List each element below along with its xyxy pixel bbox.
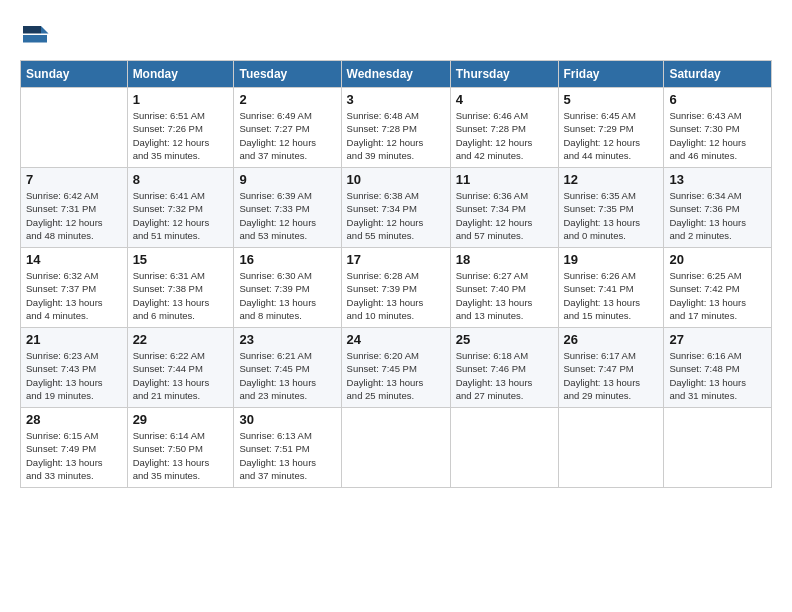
calendar-day-cell: 28Sunrise: 6:15 AM Sunset: 7:49 PM Dayli… — [21, 408, 128, 488]
calendar-day-cell: 14Sunrise: 6:32 AM Sunset: 7:37 PM Dayli… — [21, 248, 128, 328]
day-number: 21 — [26, 332, 122, 347]
calendar-day-cell: 9Sunrise: 6:39 AM Sunset: 7:33 PM Daylig… — [234, 168, 341, 248]
calendar-day-cell: 2Sunrise: 6:49 AM Sunset: 7:27 PM Daylig… — [234, 88, 341, 168]
calendar-day-cell: 20Sunrise: 6:25 AM Sunset: 7:42 PM Dayli… — [664, 248, 772, 328]
day-info: Sunrise: 6:51 AM Sunset: 7:26 PM Dayligh… — [133, 109, 229, 162]
calendar-day-cell: 15Sunrise: 6:31 AM Sunset: 7:38 PM Dayli… — [127, 248, 234, 328]
day-info: Sunrise: 6:39 AM Sunset: 7:33 PM Dayligh… — [239, 189, 335, 242]
calendar-day-cell: 6Sunrise: 6:43 AM Sunset: 7:30 PM Daylig… — [664, 88, 772, 168]
day-number: 10 — [347, 172, 445, 187]
day-info: Sunrise: 6:36 AM Sunset: 7:34 PM Dayligh… — [456, 189, 553, 242]
calendar-day-cell: 7Sunrise: 6:42 AM Sunset: 7:31 PM Daylig… — [21, 168, 128, 248]
day-number: 6 — [669, 92, 766, 107]
calendar-day-cell: 5Sunrise: 6:45 AM Sunset: 7:29 PM Daylig… — [558, 88, 664, 168]
day-info: Sunrise: 6:22 AM Sunset: 7:44 PM Dayligh… — [133, 349, 229, 402]
calendar-week-row: 21Sunrise: 6:23 AM Sunset: 7:43 PM Dayli… — [21, 328, 772, 408]
day-info: Sunrise: 6:26 AM Sunset: 7:41 PM Dayligh… — [564, 269, 659, 322]
day-number: 25 — [456, 332, 553, 347]
page-header — [20, 20, 772, 50]
calendar-day-cell: 10Sunrise: 6:38 AM Sunset: 7:34 PM Dayli… — [341, 168, 450, 248]
day-info: Sunrise: 6:16 AM Sunset: 7:48 PM Dayligh… — [669, 349, 766, 402]
day-info: Sunrise: 6:14 AM Sunset: 7:50 PM Dayligh… — [133, 429, 229, 482]
day-number: 8 — [133, 172, 229, 187]
day-number: 24 — [347, 332, 445, 347]
day-number: 19 — [564, 252, 659, 267]
day-number: 30 — [239, 412, 335, 427]
calendar-col-header: Tuesday — [234, 61, 341, 88]
calendar-col-header: Thursday — [450, 61, 558, 88]
day-info: Sunrise: 6:49 AM Sunset: 7:27 PM Dayligh… — [239, 109, 335, 162]
calendar-day-cell — [341, 408, 450, 488]
svg-rect-2 — [23, 26, 41, 34]
calendar-day-cell: 27Sunrise: 6:16 AM Sunset: 7:48 PM Dayli… — [664, 328, 772, 408]
calendar-week-row: 14Sunrise: 6:32 AM Sunset: 7:37 PM Dayli… — [21, 248, 772, 328]
day-number: 23 — [239, 332, 335, 347]
calendar-week-row: 28Sunrise: 6:15 AM Sunset: 7:49 PM Dayli… — [21, 408, 772, 488]
day-number: 28 — [26, 412, 122, 427]
calendar-day-cell: 16Sunrise: 6:30 AM Sunset: 7:39 PM Dayli… — [234, 248, 341, 328]
calendar-day-cell: 17Sunrise: 6:28 AM Sunset: 7:39 PM Dayli… — [341, 248, 450, 328]
calendar-day-cell — [21, 88, 128, 168]
calendar-day-cell — [450, 408, 558, 488]
day-number: 29 — [133, 412, 229, 427]
day-number: 12 — [564, 172, 659, 187]
calendar-day-cell — [664, 408, 772, 488]
calendar-day-cell: 3Sunrise: 6:48 AM Sunset: 7:28 PM Daylig… — [341, 88, 450, 168]
day-number: 3 — [347, 92, 445, 107]
calendar-day-cell: 22Sunrise: 6:22 AM Sunset: 7:44 PM Dayli… — [127, 328, 234, 408]
day-number: 20 — [669, 252, 766, 267]
logo-icon — [20, 20, 50, 50]
calendar-day-cell: 30Sunrise: 6:13 AM Sunset: 7:51 PM Dayli… — [234, 408, 341, 488]
calendar-day-cell: 8Sunrise: 6:41 AM Sunset: 7:32 PM Daylig… — [127, 168, 234, 248]
day-info: Sunrise: 6:38 AM Sunset: 7:34 PM Dayligh… — [347, 189, 445, 242]
day-info: Sunrise: 6:46 AM Sunset: 7:28 PM Dayligh… — [456, 109, 553, 162]
day-number: 1 — [133, 92, 229, 107]
day-number: 4 — [456, 92, 553, 107]
calendar-col-header: Wednesday — [341, 61, 450, 88]
day-info: Sunrise: 6:21 AM Sunset: 7:45 PM Dayligh… — [239, 349, 335, 402]
calendar-day-cell: 1Sunrise: 6:51 AM Sunset: 7:26 PM Daylig… — [127, 88, 234, 168]
calendar-day-cell: 24Sunrise: 6:20 AM Sunset: 7:45 PM Dayli… — [341, 328, 450, 408]
day-number: 27 — [669, 332, 766, 347]
calendar-day-cell: 29Sunrise: 6:14 AM Sunset: 7:50 PM Dayli… — [127, 408, 234, 488]
day-info: Sunrise: 6:41 AM Sunset: 7:32 PM Dayligh… — [133, 189, 229, 242]
day-number: 15 — [133, 252, 229, 267]
calendar-day-cell — [558, 408, 664, 488]
day-number: 13 — [669, 172, 766, 187]
day-info: Sunrise: 6:18 AM Sunset: 7:46 PM Dayligh… — [456, 349, 553, 402]
day-number: 11 — [456, 172, 553, 187]
calendar-table: SundayMondayTuesdayWednesdayThursdayFrid… — [20, 60, 772, 488]
day-info: Sunrise: 6:34 AM Sunset: 7:36 PM Dayligh… — [669, 189, 766, 242]
calendar-day-cell: 21Sunrise: 6:23 AM Sunset: 7:43 PM Dayli… — [21, 328, 128, 408]
day-info: Sunrise: 6:25 AM Sunset: 7:42 PM Dayligh… — [669, 269, 766, 322]
day-info: Sunrise: 6:35 AM Sunset: 7:35 PM Dayligh… — [564, 189, 659, 242]
day-number: 9 — [239, 172, 335, 187]
day-info: Sunrise: 6:23 AM Sunset: 7:43 PM Dayligh… — [26, 349, 122, 402]
day-number: 7 — [26, 172, 122, 187]
day-info: Sunrise: 6:28 AM Sunset: 7:39 PM Dayligh… — [347, 269, 445, 322]
calendar-day-cell: 18Sunrise: 6:27 AM Sunset: 7:40 PM Dayli… — [450, 248, 558, 328]
day-info: Sunrise: 6:20 AM Sunset: 7:45 PM Dayligh… — [347, 349, 445, 402]
day-number: 22 — [133, 332, 229, 347]
day-number: 2 — [239, 92, 335, 107]
day-info: Sunrise: 6:43 AM Sunset: 7:30 PM Dayligh… — [669, 109, 766, 162]
svg-rect-3 — [23, 35, 47, 43]
calendar-day-cell: 25Sunrise: 6:18 AM Sunset: 7:46 PM Dayli… — [450, 328, 558, 408]
day-info: Sunrise: 6:27 AM Sunset: 7:40 PM Dayligh… — [456, 269, 553, 322]
calendar-body: 1Sunrise: 6:51 AM Sunset: 7:26 PM Daylig… — [21, 88, 772, 488]
day-number: 18 — [456, 252, 553, 267]
calendar-day-cell: 13Sunrise: 6:34 AM Sunset: 7:36 PM Dayli… — [664, 168, 772, 248]
day-info: Sunrise: 6:48 AM Sunset: 7:28 PM Dayligh… — [347, 109, 445, 162]
calendar-day-cell: 11Sunrise: 6:36 AM Sunset: 7:34 PM Dayli… — [450, 168, 558, 248]
calendar-col-header: Monday — [127, 61, 234, 88]
day-number: 26 — [564, 332, 659, 347]
day-info: Sunrise: 6:17 AM Sunset: 7:47 PM Dayligh… — [564, 349, 659, 402]
calendar-day-cell: 19Sunrise: 6:26 AM Sunset: 7:41 PM Dayli… — [558, 248, 664, 328]
day-info: Sunrise: 6:30 AM Sunset: 7:39 PM Dayligh… — [239, 269, 335, 322]
day-number: 5 — [564, 92, 659, 107]
day-info: Sunrise: 6:45 AM Sunset: 7:29 PM Dayligh… — [564, 109, 659, 162]
calendar-header-row: SundayMondayTuesdayWednesdayThursdayFrid… — [21, 61, 772, 88]
day-info: Sunrise: 6:15 AM Sunset: 7:49 PM Dayligh… — [26, 429, 122, 482]
calendar-day-cell: 4Sunrise: 6:46 AM Sunset: 7:28 PM Daylig… — [450, 88, 558, 168]
day-info: Sunrise: 6:13 AM Sunset: 7:51 PM Dayligh… — [239, 429, 335, 482]
